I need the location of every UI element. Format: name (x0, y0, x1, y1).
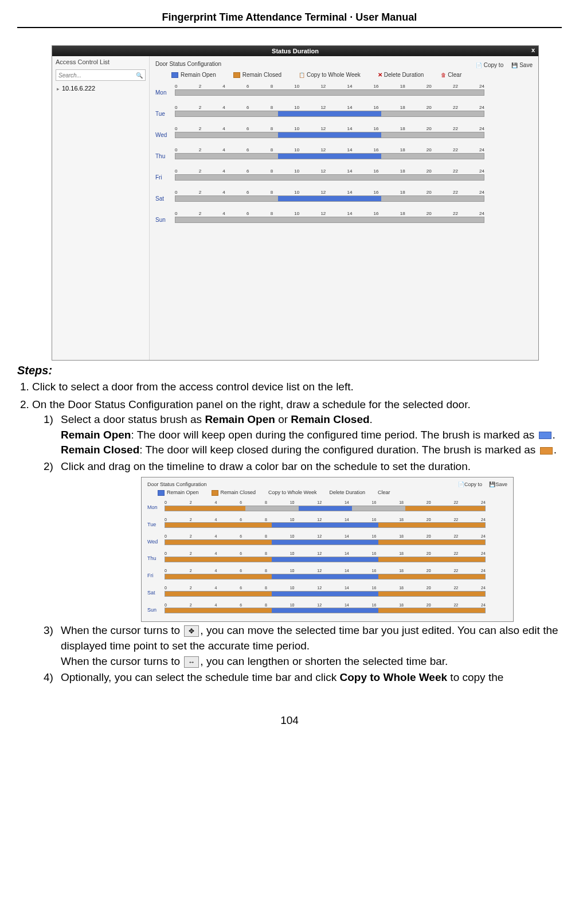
day-label: Mon (147, 504, 165, 511)
page-header: Fingerprint Time Attendance Terminal · U… (17, 11, 562, 28)
schedule-row-sat: Sat024681012141618202224 (155, 190, 533, 202)
segment-orange[interactable] (378, 574, 485, 579)
timeline-bar[interactable] (165, 522, 486, 528)
segment-grey[interactable] (245, 506, 299, 511)
orange-brush-icon (540, 447, 553, 455)
save-button-2[interactable]: Save (489, 481, 507, 487)
segment-grey[interactable] (381, 111, 484, 116)
day-label: Tue (147, 521, 165, 528)
timeline-bar[interactable] (165, 608, 486, 613)
timeline-bar[interactable] (165, 574, 486, 580)
segment-orange[interactable] (165, 540, 272, 545)
segment-grey[interactable] (175, 111, 278, 116)
timeline-bar[interactable] (165, 557, 486, 562)
segment-orange[interactable] (165, 574, 272, 579)
segment-blue[interactable] (278, 196, 381, 201)
timeline-bar[interactable] (175, 132, 484, 138)
segment-grey[interactable] (381, 132, 484, 138)
segment-blue[interactable] (272, 523, 378, 527)
timeline-bar[interactable] (175, 89, 484, 96)
schedule-row-sun: Sun024681012141618202224 (155, 211, 533, 223)
sidebar-title: Access Control List (52, 56, 149, 68)
segment-grey[interactable] (175, 90, 484, 95)
copy-whole-week-button[interactable]: Copy to Whole Week (299, 72, 361, 78)
search-input-wrap[interactable]: 🔍 (56, 69, 146, 81)
segment-blue[interactable] (278, 154, 381, 159)
screenshot-status-duration: Status Duration x Access Control List 🔍 … (52, 45, 539, 361)
remain-closed-brush[interactable]: Remain Closed (233, 72, 281, 78)
segment-orange[interactable] (165, 592, 272, 596)
schedule-grid-2: Mon024681012141618202224Tue0246810121416… (147, 500, 507, 614)
clear-button-2[interactable]: Clear (378, 489, 390, 496)
timeline-bar[interactable] (175, 111, 484, 117)
day-label: Tue (155, 111, 175, 117)
segment-blue[interactable] (272, 557, 378, 562)
timeline-bar[interactable] (175, 153, 484, 159)
copy-whole-week-button-2[interactable]: Copy to Whole Week (268, 489, 316, 496)
segment-orange[interactable] (378, 540, 485, 545)
segment-orange[interactable] (165, 523, 272, 527)
delete-duration-button[interactable]: Delete Duration (378, 72, 424, 78)
day-label: Sat (147, 589, 165, 597)
timeline-bar[interactable] (175, 217, 484, 223)
day-label: Thu (147, 555, 165, 562)
segment-orange[interactable] (165, 608, 272, 613)
segment-orange[interactable] (378, 608, 485, 613)
segment-grey[interactable] (381, 154, 484, 159)
segment-blue[interactable] (272, 592, 378, 596)
search-icon[interactable]: 🔍 (136, 72, 143, 79)
search-input[interactable] (58, 72, 136, 79)
copy-to-button-2[interactable]: Copy to (458, 481, 482, 487)
schedule-row-tue: Tue024681012141618202224 (155, 105, 533, 117)
schedule-row-mon: Mon024681012141618202224 (147, 500, 507, 511)
segment-orange[interactable] (378, 557, 485, 562)
timeline-bar[interactable] (165, 506, 486, 511)
close-icon[interactable]: x (531, 46, 535, 53)
segment-orange[interactable] (378, 592, 485, 596)
delete-duration-button-2[interactable]: Delete Duration (329, 489, 365, 496)
segment-grey[interactable] (175, 132, 278, 138)
schedule-row-thu: Thu024681012141618202224 (155, 147, 533, 159)
segment-orange[interactable] (165, 557, 272, 562)
day-label: Mon (155, 89, 175, 96)
schedule-row-fri: Fri024681012141618202224 (147, 568, 507, 580)
segment-orange[interactable] (405, 506, 486, 511)
schedule-row-mon: Mon024681012141618202224 (155, 84, 533, 96)
tree-item-device[interactable]: 10.16.6.222 (57, 85, 144, 92)
segment-blue[interactable] (299, 506, 352, 511)
timeline-bar[interactable] (165, 539, 486, 545)
remain-closed-brush-2[interactable]: Remain Closed (212, 489, 256, 496)
segment-grey[interactable] (175, 175, 484, 180)
timeline-bar[interactable] (175, 174, 484, 181)
day-label: Fri (147, 572, 165, 580)
copy-to-button[interactable]: Copy to (476, 62, 503, 68)
remain-open-brush[interactable]: Remain Open (171, 72, 216, 78)
blue-swatch-icon-2 (158, 490, 165, 496)
segment-blue[interactable] (272, 608, 378, 613)
remain-open-brush-2[interactable]: Remain Open (158, 489, 199, 496)
day-label: Thu (155, 153, 175, 159)
segment-blue[interactable] (278, 111, 381, 116)
segment-grey[interactable] (381, 196, 484, 201)
segment-orange[interactable] (165, 506, 245, 511)
clear-button[interactable]: Clear (441, 72, 461, 78)
move-cursor-icon: ✥ (184, 625, 199, 637)
segment-blue[interactable] (272, 574, 378, 579)
orange-swatch-icon-2 (212, 490, 218, 496)
segment-blue[interactable] (272, 540, 378, 545)
device-tree[interactable]: 10.16.6.222 (52, 83, 149, 94)
step-2-2: Click and drag on the timeline to draw a… (44, 459, 562, 622)
segment-grey[interactable] (175, 217, 484, 222)
timeline-bar[interactable] (165, 591, 486, 597)
segment-orange[interactable] (378, 523, 485, 527)
save-button[interactable]: Save (511, 62, 533, 68)
steps-heading: Steps: (17, 364, 562, 377)
segment-grey[interactable] (175, 196, 278, 201)
step-2-1: Select a door status brush as Remain Ope… (44, 412, 562, 458)
segment-grey[interactable] (352, 506, 405, 511)
timeline-bar[interactable] (175, 195, 484, 202)
segment-blue[interactable] (278, 132, 381, 138)
day-label: Sat (155, 195, 175, 202)
panel-title: Door Status Configuration (155, 60, 221, 71)
segment-grey[interactable] (175, 154, 278, 159)
